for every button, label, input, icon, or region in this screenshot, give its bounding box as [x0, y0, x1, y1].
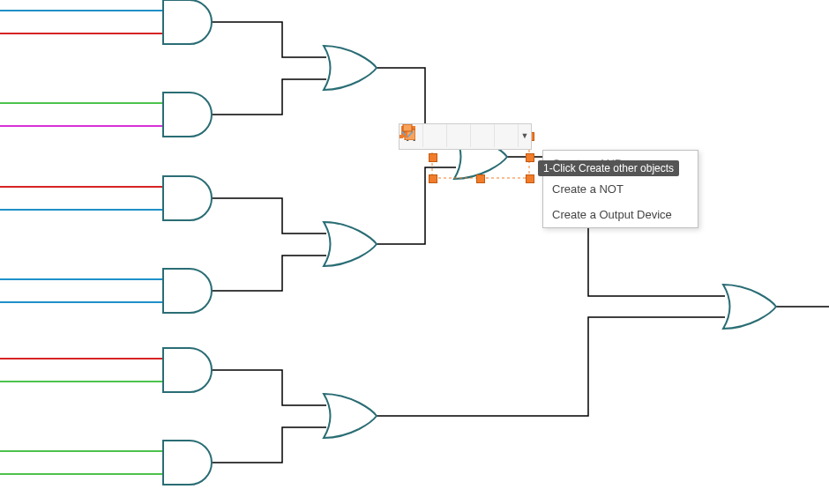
resize-handle-e[interactable]: [526, 153, 534, 162]
menu-label: Create a NOT: [552, 182, 624, 196]
node-tool[interactable]: [495, 124, 519, 147]
input-wires: [0, 11, 163, 474]
resize-handle-sw[interactable]: [429, 174, 437, 183]
and-gate[interactable]: [163, 269, 212, 313]
or-gate[interactable]: [723, 285, 776, 329]
and-gate[interactable]: [163, 0, 212, 44]
resize-handle-s[interactable]: [476, 174, 485, 183]
node-icon: [400, 124, 415, 140]
quick-toolbar: A ▼: [399, 123, 532, 150]
more-dropdown[interactable]: ▼: [519, 124, 531, 147]
and-gate[interactable]: [163, 348, 212, 392]
svg-rect-18: [403, 124, 412, 131]
resize-handle-w[interactable]: [429, 153, 437, 162]
and-gate[interactable]: [163, 93, 212, 137]
connector-tool[interactable]: [423, 124, 447, 147]
diamond-tool[interactable]: [471, 124, 495, 147]
or-gate[interactable]: [324, 222, 377, 266]
shape-tool[interactable]: [447, 124, 471, 147]
chevron-down-icon: ▼: [521, 131, 529, 140]
menu-label: Create a Output Device: [552, 208, 672, 221]
and-gate[interactable]: [163, 441, 212, 485]
or-gate[interactable]: [324, 46, 377, 90]
menu-create-output[interactable]: Create a Output Device: [543, 202, 698, 227]
menu-create-not[interactable]: Create a NOT: [543, 176, 698, 202]
and-gate[interactable]: [163, 176, 212, 220]
or-gate[interactable]: [324, 394, 377, 438]
tooltip: 1-Click Create other objects: [538, 160, 679, 176]
gates-layer: [163, 0, 776, 485]
circuit-canvas[interactable]: [0, 0, 829, 504]
interconnect-wires: [212, 22, 829, 463]
tooltip-text: 1-Click Create other objects: [543, 162, 674, 174]
resize-handle-se[interactable]: [526, 174, 534, 183]
